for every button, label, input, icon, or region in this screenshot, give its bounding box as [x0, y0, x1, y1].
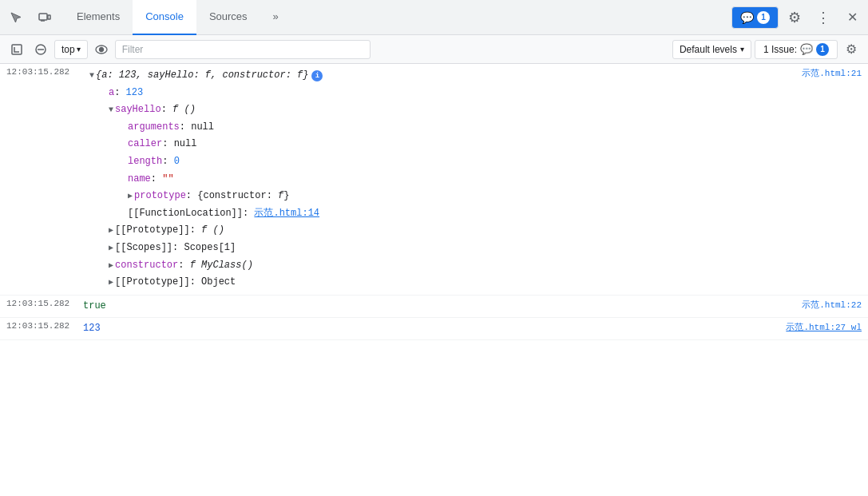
console-toolbar: top ▾ Default levels ▾ 1 Issue: 💬 1 ⚙: [0, 35, 868, 64]
log-levels-button[interactable]: Default levels ▾: [672, 40, 751, 59]
expand-prototype[interactable]: [128, 189, 133, 204]
prop-prototype2-key: [[Prototype]]:: [115, 222, 201, 240]
log-entry-object: 12:03:15.282 {a: 123, sayHello: f, const…: [0, 64, 868, 296]
log-source-1[interactable]: 示范.html:21: [795, 65, 868, 81]
devtools-icons: [3, 5, 57, 30]
log-entry-number: 12:03:15.282 123 示范.html:27 wl: [0, 318, 868, 340]
tab-more[interactable]: »: [260, 0, 291, 35]
log-content-object: {a: 123, sayHello: f, constructor: f} i …: [80, 65, 795, 293]
more-button[interactable]: ⋮: [811, 5, 836, 30]
log-timestamp-2: 12:03:15.282: [0, 297, 80, 310]
prop-separator: :: [114, 85, 125, 102]
prop-constructor-value: f MyClass(): [190, 257, 253, 275]
levels-arrow: ▾: [740, 45, 744, 54]
log-content-bool: true: [80, 297, 795, 315]
filter-input[interactable]: [115, 40, 371, 59]
prop-functionlocation-key: [[FunctionLocation]]:: [128, 205, 254, 223]
prop-constructor: constructor : f MyClass(): [83, 257, 792, 275]
prop-prototype: prototype : {constructor: f}: [83, 188, 792, 205]
svg-rect-0: [39, 14, 47, 20]
expand-scopes[interactable]: [109, 241, 113, 256]
prop-sayHello: sayHello : f (): [83, 101, 792, 119]
context-selector[interactable]: top ▾: [54, 40, 88, 59]
prop-caller: caller : null: [83, 136, 792, 153]
prop-arguments-key: arguments: [128, 119, 180, 137]
log-entry-bool: 12:03:15.282 true 示范.html:22: [0, 296, 868, 318]
log-source-2[interactable]: 示范.html:22: [795, 297, 868, 312]
prop-length-key: length: [128, 153, 162, 171]
execute-button[interactable]: [6, 39, 27, 60]
message-badge: 1: [757, 11, 770, 24]
dropdown-arrow: ▾: [77, 45, 81, 54]
prop-prototype-value: {constructor: f}: [197, 188, 289, 205]
bool-value: true: [83, 300, 106, 311]
prop-sayHello-value: f (): [172, 101, 196, 119]
prop-sayHello-key: sayHello: [115, 101, 161, 119]
prop-arguments: arguments : null: [83, 119, 792, 137]
toolbar-settings[interactable]: ⚙: [841, 39, 862, 60]
info-icon[interactable]: i: [311, 70, 323, 81]
device-icon[interactable]: [32, 5, 57, 30]
tab-bar: Elements Console Sources » 💬 1 ⚙ ⋮ ✕: [0, 0, 868, 35]
prop-name-value: "": [162, 171, 173, 188]
prop-prototype3-key: [[Prototype]]:: [115, 274, 201, 292]
settings-button[interactable]: ⚙: [782, 5, 807, 30]
close-button[interactable]: ✕: [839, 5, 865, 30]
eye-button[interactable]: [91, 39, 112, 60]
tab-console[interactable]: Console: [133, 0, 196, 35]
log-timestamp-3: 12:03:15.282: [0, 319, 80, 332]
cursor-icon[interactable]: [3, 5, 29, 30]
expand-constructor[interactable]: [109, 259, 113, 273]
issue-chat-icon: 💬: [800, 43, 813, 55]
prop-a-key: a: [109, 85, 114, 102]
expand-prototype3[interactable]: [109, 276, 113, 290]
prop-caller-value: null: [174, 136, 197, 153]
log-timestamp-1: 12:03:15.282: [0, 65, 80, 78]
tab-sources[interactable]: Sources: [196, 0, 260, 35]
number-value: 123: [83, 323, 101, 334]
svg-rect-1: [48, 15, 50, 19]
prop-a: a : 123: [83, 85, 792, 102]
prop-length: length : 0: [83, 153, 792, 171]
svg-point-7: [99, 47, 103, 51]
prop-name: name : "": [83, 171, 792, 188]
prop-constructor-key: constructor: [115, 257, 178, 275]
issues-button[interactable]: 1 Issue: 💬 1: [755, 40, 838, 59]
object-preview: {a: 123, sayHello: f, constructor: f}: [96, 67, 308, 85]
chat-icon: 💬: [740, 11, 754, 24]
log-source-3[interactable]: 示范.html:27 wl: [779, 319, 868, 335]
function-location-link[interactable]: 示范.html:14: [254, 205, 319, 223]
prop-scopes-key: [[Scopes]]:: [115, 240, 184, 257]
log-content-number: 123: [80, 319, 779, 338]
prop-arguments-value: null: [191, 119, 214, 137]
prop-scopes: [[Scopes]]: Scopes[1]: [83, 240, 792, 257]
expand-object[interactable]: [89, 69, 94, 83]
messages-button[interactable]: 💬 1: [731, 6, 779, 29]
console-output: 12:03:15.282 {a: 123, sayHello: f, const…: [0, 64, 868, 496]
expand-sayHello[interactable]: [109, 103, 113, 117]
prop-length-value: 0: [174, 153, 180, 171]
prop-caller-key: caller: [128, 136, 162, 153]
expand-prototype2[interactable]: [109, 224, 113, 238]
prop-prototype2: [[Prototype]]: f (): [83, 222, 792, 240]
prop-name-key: name: [128, 171, 151, 188]
clear-button[interactable]: [30, 39, 51, 60]
prop-scopes-value: Scopes[1]: [184, 240, 236, 257]
object-header-row: {a: 123, sayHello: f, constructor: f} i: [83, 67, 792, 85]
prop-functionlocation: [[FunctionLocation]]: 示范.html:14: [83, 205, 792, 223]
issue-badge: 1: [816, 43, 829, 56]
prop-prototype-key: prototype: [134, 188, 186, 205]
right-icons: 💬 1 ⚙ ⋮ ✕: [731, 5, 865, 30]
svg-rect-3: [12, 45, 22, 54]
prop-a-value: 123: [126, 85, 144, 102]
prop-prototype2-value: f (): [201, 222, 224, 240]
prop-prototype3-value: Object: [201, 274, 236, 292]
tab-elements[interactable]: Elements: [64, 0, 133, 35]
prop-prototype3: [[Prototype]]: Object: [83, 274, 792, 292]
